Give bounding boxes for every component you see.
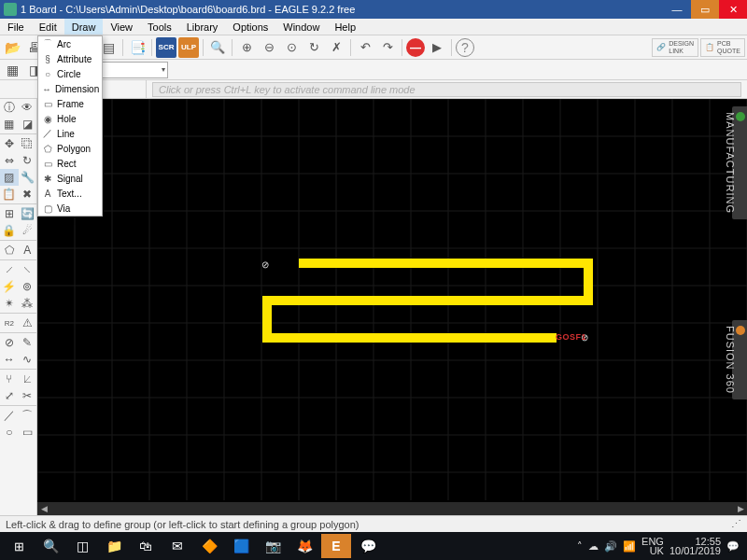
store-taskbar-icon[interactable]: 🛍 xyxy=(131,534,161,558)
draw-menu-via[interactable]: ▢Via xyxy=(38,201,102,216)
horizontal-scrollbar[interactable]: ◀ ▶ xyxy=(37,502,747,515)
resize-grip-icon[interactable]: ⋰ xyxy=(731,518,741,530)
rotate-tool[interactable]: ↻ xyxy=(19,152,37,169)
schematic-button[interactable]: 📑 xyxy=(127,37,148,58)
text-tool[interactable]: A xyxy=(19,242,37,259)
search-button[interactable]: 🔍 xyxy=(35,534,65,558)
go-button[interactable]: ▶ xyxy=(427,37,447,58)
tray-up-icon[interactable]: ˄ xyxy=(577,540,583,553)
menu-file[interactable]: File xyxy=(0,19,32,35)
draw-menu-hole[interactable]: ◉Hole xyxy=(38,111,102,126)
ripup-tool[interactable]: ⟍ xyxy=(19,261,37,278)
polygon-tool[interactable]: ⬠ xyxy=(0,242,19,259)
auto-tool[interactable]: ⁂ xyxy=(19,295,37,312)
app3-taskbar-icon[interactable]: 💬 xyxy=(353,534,383,558)
add-tool[interactable]: ⊞ xyxy=(0,205,19,222)
fusion360-tab[interactable]: FUSION 360 xyxy=(732,320,747,399)
circle-tool[interactable]: ○ xyxy=(0,424,19,441)
redo-icon[interactable]: ↷ xyxy=(377,37,398,58)
menu-edit[interactable]: Edit xyxy=(32,19,64,35)
notifications-icon[interactable]: 💬 xyxy=(726,540,740,553)
draw-menu-frame[interactable]: ▭Frame xyxy=(38,96,102,111)
signal-tool[interactable]: ⚡ xyxy=(0,278,19,295)
grid-button[interactable]: ▦ xyxy=(2,60,22,80)
copy-tool[interactable]: ⿻ xyxy=(19,135,37,152)
arc-tool[interactable]: ⌒ xyxy=(19,407,37,424)
draw-menu-polygon[interactable]: ⬠Polygon xyxy=(38,141,102,156)
mail-taskbar-icon[interactable]: ✉ xyxy=(162,534,192,558)
pcb-quote-button[interactable]: 📋PCB QUOTE xyxy=(700,38,745,57)
app2-taskbar-icon[interactable]: 📷 xyxy=(258,534,288,558)
draw-menu-signal[interactable]: ✱Signal xyxy=(38,171,102,186)
maximize-button[interactable]: ▭ xyxy=(691,0,719,19)
zoom-out-icon[interactable]: ⊖ xyxy=(259,37,279,58)
errors-tool[interactable]: ⚠ xyxy=(19,315,37,331)
replace-tool[interactable]: 🔄 xyxy=(19,205,37,222)
menu-help[interactable]: Help xyxy=(327,19,363,35)
attr-tool[interactable]: ✎ xyxy=(19,334,37,351)
menu-view[interactable]: View xyxy=(103,19,140,35)
draw-menu-text[interactable]: AText... xyxy=(38,186,102,201)
help-button[interactable]: ? xyxy=(456,38,474,57)
manufacturing-tab[interactable]: MANUFACTURING xyxy=(732,106,747,219)
command-input[interactable]: Click or press Ctrl+L key to activate co… xyxy=(152,82,741,97)
change-tool[interactable]: 🔧 xyxy=(19,169,37,186)
menu-options[interactable]: Options xyxy=(225,19,275,35)
menu-tools[interactable]: Tools xyxy=(140,19,179,35)
menu-window[interactable]: Window xyxy=(275,19,327,35)
zoom-fit-icon[interactable]: 🔍 xyxy=(207,37,228,58)
vlc-taskbar-icon[interactable]: 🔶 xyxy=(194,534,224,558)
line-tool[interactable]: ／ xyxy=(0,407,19,424)
onedrive-icon[interactable]: ☁ xyxy=(588,540,599,553)
smash-tool[interactable]: ☄ xyxy=(19,222,37,239)
minimize-button[interactable]: — xyxy=(663,0,691,19)
erc-tool[interactable]: R2 xyxy=(0,315,19,331)
open-button[interactable]: 📂 xyxy=(2,37,22,58)
volume-icon[interactable]: 🔊 xyxy=(604,540,617,553)
eagle-taskbar-icon[interactable]: E xyxy=(321,534,351,558)
ulp-button[interactable]: ULP xyxy=(178,37,199,58)
zoom-select-icon[interactable]: ⊙ xyxy=(281,37,302,58)
route-tool[interactable]: ⟋ xyxy=(0,261,19,278)
tray-clock[interactable]: 12:5510/01/2019 xyxy=(669,537,721,555)
draw-menu-circle[interactable]: ○Circle xyxy=(38,66,102,81)
meander-tool[interactable]: ∿ xyxy=(19,351,37,368)
menu-library[interactable]: Library xyxy=(179,19,226,35)
swap-icon[interactable]: ✗ xyxy=(326,37,346,58)
explorer-taskbar-icon[interactable]: 📁 xyxy=(99,534,129,558)
slice-tool[interactable]: ✂ xyxy=(19,387,37,404)
ratsnest-tool[interactable]: ✴ xyxy=(0,295,19,312)
move-tool[interactable]: ✥ xyxy=(0,135,19,152)
app-taskbar-icon[interactable]: 🟦 xyxy=(226,534,256,558)
layer-tool[interactable]: ▦ xyxy=(0,116,19,133)
draw-menu-attribute[interactable]: §Attribute xyxy=(38,51,102,66)
lock-tool[interactable]: 🔒 xyxy=(0,222,19,239)
group-tool[interactable]: ▨ xyxy=(0,169,19,186)
info-tool[interactable]: ⓘ xyxy=(0,99,19,116)
task-view-button[interactable]: ◫ xyxy=(67,534,97,558)
delete-tool[interactable]: ✖ xyxy=(19,186,37,203)
draw-menu-dimension[interactable]: ↔Dimension xyxy=(38,81,102,96)
start-button[interactable]: ⊞ xyxy=(4,534,34,558)
draw-menu-arc[interactable]: ⌒Arc xyxy=(38,36,102,51)
split-tool[interactable]: ⑂ xyxy=(0,371,19,387)
stop-button[interactable]: — xyxy=(406,38,425,57)
close-button[interactable]: ✕ xyxy=(719,0,747,19)
scr-button[interactable]: SCR xyxy=(156,37,176,58)
mirror-tool[interactable]: ⇔ xyxy=(0,152,19,169)
show-tool[interactable]: 👁 xyxy=(19,99,37,116)
mark-tool[interactable]: ◪ xyxy=(19,116,37,133)
redraw-icon[interactable]: ↻ xyxy=(303,37,324,58)
scroll-left-icon[interactable]: ◀ xyxy=(37,502,50,515)
undo-icon[interactable]: ↶ xyxy=(355,37,375,58)
system-tray[interactable]: ˄ ☁ 🔊 📶 ENGUK 12:5510/01/2019 💬 xyxy=(577,537,743,555)
via-tool[interactable]: ⊚ xyxy=(19,278,37,295)
menu-draw[interactable]: Draw xyxy=(64,19,104,35)
zoom-in-icon[interactable]: ⊕ xyxy=(236,37,257,58)
dim-tool[interactable]: ↔ xyxy=(0,351,19,368)
wifi-icon[interactable]: 📶 xyxy=(623,540,636,553)
canvas[interactable]: ⊘ ⊘ GOSF1 MANUFACTURING FUSION 360 xyxy=(37,99,747,515)
draw-menu-rect[interactable]: ▭Rect xyxy=(38,156,102,171)
paste-tool[interactable]: 📋 xyxy=(0,186,19,203)
hole-tool[interactable]: ⊘ xyxy=(0,334,19,351)
